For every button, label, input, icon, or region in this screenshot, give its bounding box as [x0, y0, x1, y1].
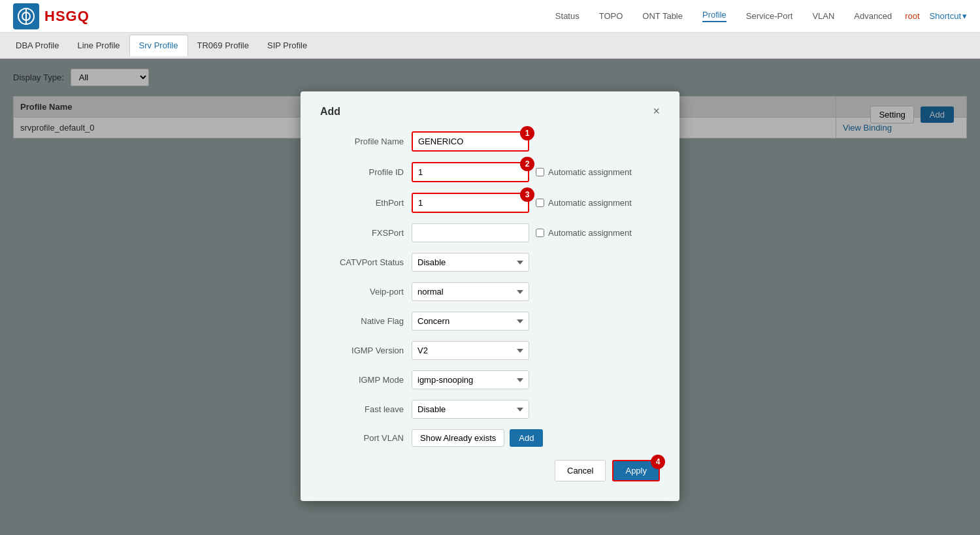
tab-srv-profile[interactable]: Srv Profile [129, 35, 188, 56]
badge-4: 4 [651, 455, 665, 469]
veip-port-label: Veip-port [320, 287, 412, 297]
igmp-version-row: IGMP Version V2 V3 [320, 341, 660, 360]
profile-id-label: Profile ID [320, 167, 412, 177]
nav-links: Status TOPO ONT Table Profile Service-Po… [555, 10, 892, 22]
fxs-port-auto-checkbox[interactable] [536, 229, 544, 237]
logo-text: HSGQ [44, 8, 90, 25]
dialog-title: Add [320, 106, 340, 118]
main-content: Display Type: All Profile Name Pro... sr… [0, 59, 980, 535]
veip-port-select[interactable]: normal [412, 282, 529, 301]
badge-1: 1 [520, 126, 534, 140]
igmp-version-label: IGMP Version [320, 346, 412, 355]
nav-right: root Shortcut ▾ [905, 11, 967, 21]
native-flag-row: Native Flag Concern [320, 312, 660, 331]
native-flag-select[interactable]: Concern [412, 312, 529, 331]
logo-area: HSGQ [13, 3, 90, 29]
nav-ont-table[interactable]: ONT Table [642, 11, 683, 21]
profile-id-input[interactable] [412, 162, 529, 182]
port-vlan-row: Port VLAN Show Already exists Add [320, 429, 660, 447]
eth-port-auto-label: Automatic assignment [548, 198, 632, 208]
top-navigation: HSGQ Status TOPO ONT Table Profile Servi… [0, 0, 980, 33]
eth-port-wrapper: 3 [412, 193, 529, 213]
port-vlan-label: Port VLAN [320, 433, 412, 443]
fxs-port-auto-label: Automatic assignment [548, 228, 632, 238]
logo-icon [13, 3, 39, 29]
cancel-button[interactable]: Cancel [555, 460, 606, 481]
nav-vlan[interactable]: VLAN [812, 11, 834, 21]
tab-tr069-profile[interactable]: TR069 Profile [188, 35, 258, 56]
chevron-down-icon: ▾ [962, 11, 967, 21]
igmp-mode-row: IGMP Mode igmp-snooping igmp-proxy [320, 370, 660, 389]
veip-port-row: Veip-port normal [320, 282, 660, 301]
igmp-mode-label: IGMP Mode [320, 375, 412, 385]
catv-port-label: CATVPort Status [320, 257, 412, 267]
fast-leave-select[interactable]: Disable Enable [412, 400, 529, 419]
profile-name-wrapper: 1 [412, 131, 529, 152]
dialog-close-button[interactable]: × [653, 105, 660, 118]
eth-port-row: EthPort 3 Automatic assignment [320, 193, 660, 213]
native-flag-label: Native Flag [320, 316, 412, 326]
nav-topo[interactable]: TOPO [599, 11, 623, 21]
badge-3: 3 [520, 187, 534, 202]
catv-port-select[interactable]: Disable Enable [412, 253, 529, 272]
profile-id-auto-checkbox[interactable] [536, 168, 544, 176]
fxs-port-label: FXSPort [320, 228, 412, 238]
fast-leave-row: Fast leave Disable Enable [320, 400, 660, 419]
eth-port-label: EthPort [320, 198, 412, 208]
fxs-port-auto: Automatic assignment [536, 228, 632, 238]
sub-tabs: DBA Profile Line Profile Srv Profile TR0… [0, 33, 980, 59]
tab-sip-profile[interactable]: SIP Profile [258, 35, 316, 56]
fxs-port-input[interactable] [412, 223, 529, 242]
nav-profile[interactable]: Profile [702, 10, 727, 22]
fxs-port-row: FXSPort Automatic assignment [320, 223, 660, 242]
nav-user[interactable]: root [905, 11, 919, 21]
eth-port-auto: Automatic assignment [536, 198, 632, 208]
profile-id-auto-label: Automatic assignment [548, 167, 632, 177]
igmp-version-select[interactable]: V2 V3 [412, 341, 529, 360]
port-vlan-add-button[interactable]: Add [510, 429, 543, 447]
add-dialog: Add × Profile Name 1 Profile ID 2 Automa… [301, 91, 679, 501]
catv-port-row: CATVPort Status Disable Enable [320, 253, 660, 272]
igmp-mode-select[interactable]: igmp-snooping igmp-proxy [412, 370, 529, 389]
dialog-footer: Cancel Apply 4 [320, 460, 660, 481]
profile-name-row: Profile Name 1 [320, 131, 660, 152]
fast-leave-label: Fast leave [320, 404, 412, 414]
nav-shortcut[interactable]: Shortcut ▾ [930, 11, 967, 21]
nav-service-port[interactable]: Service-Port [746, 11, 793, 21]
tab-line-profile[interactable]: Line Profile [68, 35, 129, 56]
profile-id-wrapper: 2 [412, 162, 529, 182]
nav-advanced[interactable]: Advanced [854, 11, 892, 21]
tab-dba-profile[interactable]: DBA Profile [7, 35, 68, 56]
show-already-exists-button[interactable]: Show Already exists [412, 429, 504, 447]
profile-id-auto: Automatic assignment [536, 167, 632, 177]
badge-2: 2 [520, 157, 534, 171]
profile-id-row: Profile ID 2 Automatic assignment [320, 162, 660, 182]
profile-name-label: Profile Name [320, 137, 412, 146]
eth-port-auto-checkbox[interactable] [536, 199, 544, 207]
profile-name-input[interactable] [412, 131, 529, 152]
port-vlan-buttons: Show Already exists Add [412, 429, 543, 447]
apply-wrapper: Apply 4 [612, 460, 660, 481]
eth-port-input[interactable] [412, 193, 529, 213]
dialog-header: Add × [320, 105, 660, 118]
nav-status[interactable]: Status [555, 11, 580, 21]
